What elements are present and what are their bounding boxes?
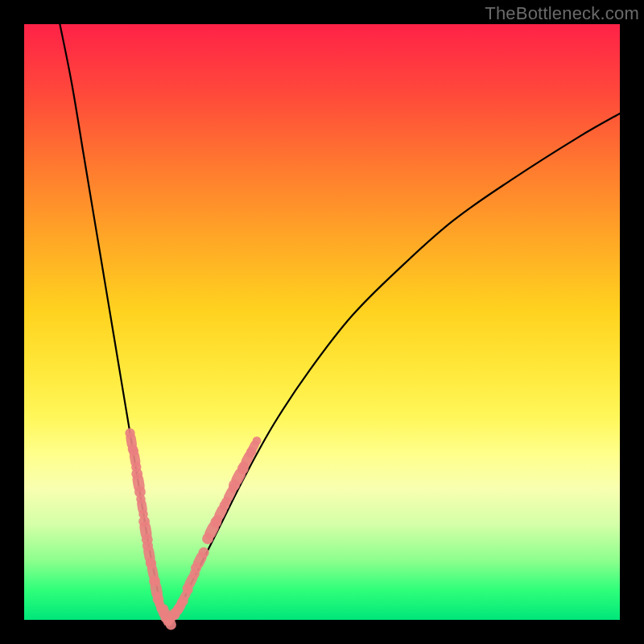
watermark-text: TheBottleneck.com — [485, 3, 639, 24]
chart-svg — [24, 24, 620, 620]
svg-point-61 — [239, 461, 249, 471]
svg-point-65 — [253, 436, 262, 445]
marker — [129, 446, 142, 472]
plot-area — [24, 24, 620, 620]
svg-point-13 — [138, 516, 150, 527]
svg-point-37 — [170, 610, 180, 620]
marker — [131, 469, 146, 497]
svg-point-22 — [149, 576, 160, 587]
marker — [136, 494, 148, 518]
svg-point-25 — [153, 592, 161, 600]
svg-point-16 — [142, 541, 153, 551]
svg-point-55 — [221, 497, 231, 506]
svg-point-58 — [229, 479, 240, 490]
curve-right-branch — [167, 114, 620, 620]
marker — [191, 547, 209, 573]
svg-point-52 — [213, 515, 222, 525]
svg-point-47 — [199, 547, 209, 558]
svg-point-19 — [147, 559, 156, 569]
svg-point-4 — [129, 446, 138, 456]
chart-frame: TheBottleneck.com — [0, 0, 644, 644]
svg-point-7 — [131, 469, 142, 480]
svg-point-46 — [191, 563, 201, 573]
svg-point-64 — [246, 449, 254, 458]
marker — [246, 436, 261, 457]
svg-point-31 — [158, 604, 168, 614]
marker — [138, 516, 153, 545]
svg-point-1 — [125, 428, 134, 438]
svg-point-40 — [177, 598, 186, 607]
svg-point-43 — [183, 584, 192, 593]
marker-layer — [125, 428, 261, 630]
svg-point-49 — [202, 533, 213, 544]
svg-point-10 — [136, 494, 146, 504]
